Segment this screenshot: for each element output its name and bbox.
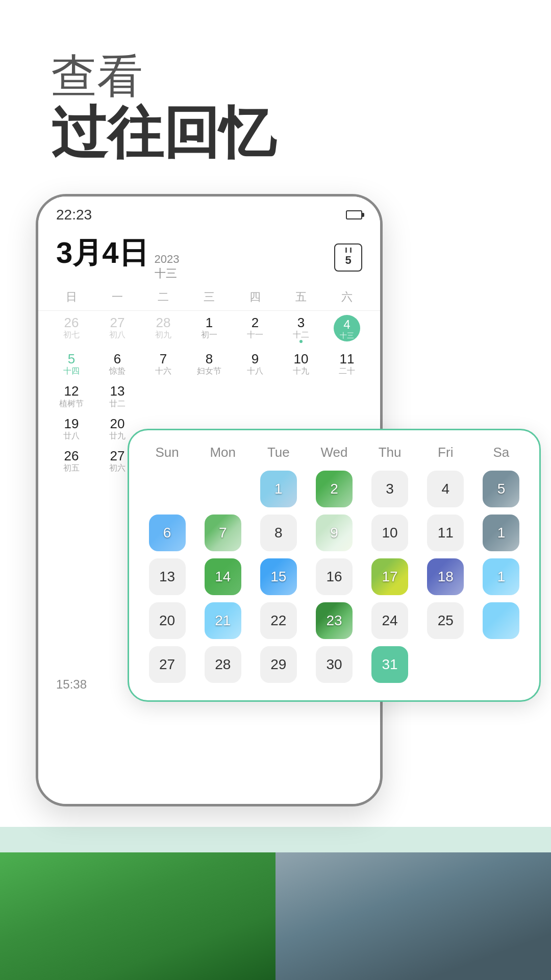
card-cell[interactable]: 10	[362, 512, 418, 553]
card-cell[interactable]: 6	[139, 512, 195, 553]
card-cell	[139, 469, 195, 509]
calendar-cell[interactable]: 1 初一	[186, 311, 232, 347]
calendar-week-2: 5 十四 6 惊蛰 7 十六 8 妇女节 9 十八	[48, 347, 370, 379]
calendar-cell[interactable]: 11 二十	[324, 347, 370, 379]
calendar-widget-icon[interactable]: 5	[334, 243, 362, 272]
calendar-cell-selected[interactable]: 4 十三	[324, 311, 370, 347]
card-day-16[interactable]: 16	[316, 558, 353, 595]
card-day-1[interactable]: 1	[260, 471, 297, 507]
card-day-18[interactable]: 18	[427, 558, 464, 595]
calendar-cell[interactable]: 2 十一	[232, 311, 278, 347]
card-cell[interactable]: 14	[195, 556, 251, 597]
card-cell[interactable]: 27	[139, 644, 195, 685]
card-day-29[interactable]: 29	[260, 646, 297, 683]
card-cell[interactable]: 15	[251, 556, 306, 597]
card-day-24[interactable]: 24	[371, 602, 408, 639]
day-header-wed: 三	[186, 286, 232, 308]
calendar-week-1: 26 初七 27 初八 28 初九 1 初一 2 十一	[48, 311, 370, 347]
card-cell[interactable]: 24	[362, 600, 418, 641]
card-day-20[interactable]: 20	[149, 602, 186, 639]
card-cell[interactable]: 20	[139, 600, 195, 641]
calendar-cell[interactable]: 12 植树节	[48, 379, 94, 411]
bottom-photo-2	[276, 852, 551, 980]
card-day-13[interactable]: 13	[149, 558, 186, 595]
calendar-cell[interactable]: 5 十四	[48, 347, 94, 379]
card-header-fri: Fri	[418, 440, 473, 464]
card-cell[interactable]: 30	[306, 644, 362, 685]
card-cell[interactable]: 4	[418, 469, 473, 509]
card-cell[interactable]: 8	[251, 512, 306, 553]
card-day-22[interactable]: 22	[260, 602, 297, 639]
card-cell[interactable]: 3	[362, 469, 418, 509]
card-grid: 1 2 3 4 5 6	[139, 469, 529, 685]
card-day-28[interactable]: 28	[205, 646, 241, 683]
calendar-cell[interactable]: 6 惊蛰	[94, 347, 140, 379]
card-cell[interactable]: 31	[362, 644, 418, 685]
calendar-cell[interactable]: 27 初八	[94, 311, 140, 347]
card-cell[interactable]: 22	[251, 600, 306, 641]
card-cell	[473, 644, 529, 685]
card-cell[interactable]: 13	[139, 556, 195, 597]
card-day-30[interactable]: 30	[316, 646, 353, 683]
card-day-21[interactable]: 21	[205, 602, 241, 639]
calendar-cell[interactable]: 9 十八	[232, 347, 278, 379]
card-day-6[interactable]: 6	[149, 514, 186, 551]
card-cell[interactable]: 11	[418, 512, 473, 553]
card-cell[interactable]: 1	[473, 512, 529, 553]
card-day-7[interactable]: 7	[205, 514, 241, 551]
card-day-25[interactable]: 25	[427, 602, 464, 639]
day-header-tue: 二	[140, 286, 186, 308]
card-cell[interactable]: 29	[251, 644, 306, 685]
card-day-27[interactable]: 27	[149, 646, 186, 683]
card-cell[interactable]: 2	[306, 469, 362, 509]
card-cell[interactable]: 1	[251, 469, 306, 509]
card-day-5[interactable]: 5	[483, 471, 519, 507]
floating-calendar-card: Sun Mon Tue Wed Thu Fri Sa 1 2 3 4	[128, 429, 541, 702]
calendar-cell[interactable]: 8 妇女节	[186, 347, 232, 379]
card-header-sun: Sun	[139, 440, 195, 464]
card-cell[interactable]: 9	[306, 512, 362, 553]
card-cell[interactable]	[473, 600, 529, 641]
date-main: 3月4日 2023 十三	[56, 233, 179, 281]
card-cell[interactable]: 21	[195, 600, 251, 641]
card-cell[interactable]: 1	[473, 556, 529, 597]
calendar-cell	[186, 379, 232, 411]
calendar-line-left	[345, 248, 347, 253]
calendar-cell	[324, 379, 370, 411]
card-day-12[interactable]: 1	[483, 514, 519, 551]
card-day-3[interactable]: 3	[371, 471, 408, 507]
calendar-cell[interactable]: 28 初九	[140, 311, 186, 347]
calendar-cell[interactable]: 10 十九	[278, 347, 324, 379]
card-cell[interactable]: 16	[306, 556, 362, 597]
calendar-cell[interactable]: 3 十二	[278, 311, 324, 347]
day-header-thu: 四	[232, 286, 278, 308]
card-day-23[interactable]: 23	[316, 602, 353, 639]
calendar-cell[interactable]: 19 廿八	[48, 412, 94, 444]
card-header-mon: Mon	[195, 440, 251, 464]
calendar-cell[interactable]: 26 初七	[48, 311, 94, 347]
card-day-31[interactable]: 31	[371, 646, 408, 683]
card-day-9[interactable]: 9	[316, 514, 353, 551]
card-cell[interactable]: 28	[195, 644, 251, 685]
card-day-8[interactable]: 8	[260, 514, 297, 551]
card-cell[interactable]: 17	[362, 556, 418, 597]
card-day-26[interactable]	[483, 602, 519, 639]
card-cell[interactable]: 18	[418, 556, 473, 597]
card-header-tue: Tue	[251, 440, 306, 464]
card-cell[interactable]: 25	[418, 600, 473, 641]
calendar-cell[interactable]: 7 十六	[140, 347, 186, 379]
calendar-icon-number: 5	[345, 254, 351, 267]
card-day-14[interactable]: 14	[205, 558, 241, 595]
card-day-17[interactable]: 17	[371, 558, 408, 595]
card-day-11[interactable]: 11	[427, 514, 464, 551]
card-day-15[interactable]: 15	[260, 558, 297, 595]
card-day-2[interactable]: 2	[316, 471, 353, 507]
calendar-cell[interactable]: 26 初五	[48, 444, 94, 476]
card-day-4[interactable]: 4	[427, 471, 464, 507]
card-day-19[interactable]: 1	[483, 558, 519, 595]
card-cell[interactable]: 7	[195, 512, 251, 553]
calendar-cell[interactable]: 13 廿二	[94, 379, 140, 411]
card-cell[interactable]: 23	[306, 600, 362, 641]
card-day-10[interactable]: 10	[371, 514, 408, 551]
card-cell[interactable]: 5	[473, 469, 529, 509]
